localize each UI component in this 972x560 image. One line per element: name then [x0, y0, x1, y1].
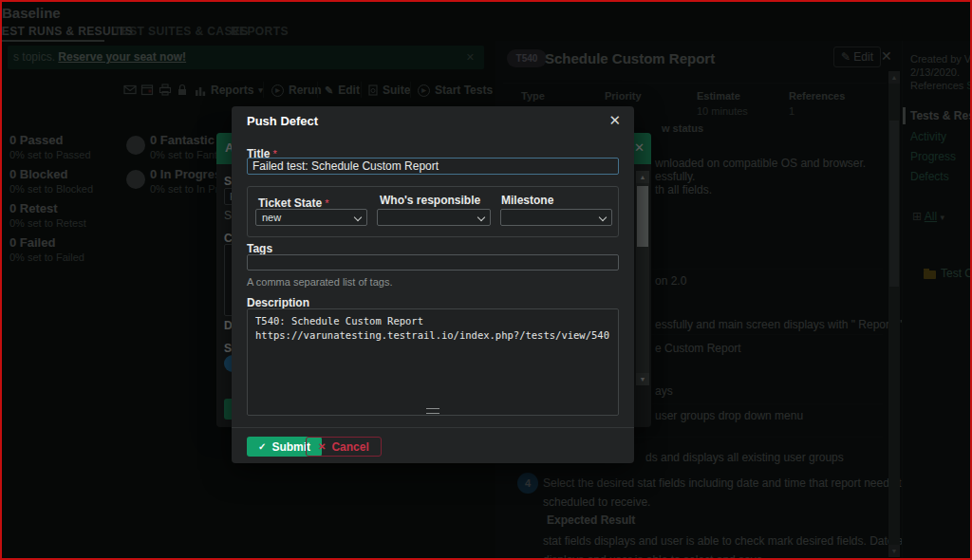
meta-priority-label: Priority	[605, 90, 642, 102]
chevron-down-icon	[477, 214, 485, 221]
expected-result-label: Expected Result	[547, 513, 635, 527]
step-text-fragment: th all fields.	[655, 183, 712, 196]
ticket-fieldset: Ticket State* Who's responsible Mileston…	[247, 186, 619, 237]
detail-edit-button[interactable]: ✎ Edit	[833, 47, 881, 67]
responsible-select[interactable]	[377, 209, 491, 226]
toolbar-divider	[263, 82, 264, 98]
detail-edit-label: Edit	[853, 50, 873, 64]
start-tests-button-label: Start Tests	[435, 84, 493, 97]
created-date-text: 2/13/2020.	[910, 66, 960, 78]
tags-help-text: A comma separated list of tags.	[247, 276, 392, 288]
meta-references-value: 1	[789, 105, 794, 117]
meta-estimate-value: 10 minutes	[697, 105, 748, 117]
divider	[232, 427, 634, 428]
step-number-badge: 4	[517, 473, 538, 494]
reports-button[interactable]: Reports ▾	[195, 82, 263, 99]
edit-button-label: Edit	[338, 84, 360, 97]
detail-sidebar: Created by Var 2/13/2020. References SA …	[902, 41, 972, 560]
status-donut-icon	[126, 136, 145, 155]
cancel-button[interactable]: ✕ Cancel	[306, 437, 382, 457]
push-defect-modal: Push Defect ✕ Title* Ticket State* Who's…	[232, 106, 634, 463]
toolbar-divider	[361, 82, 362, 98]
responsible-label: Who's responsible	[380, 194, 480, 207]
step-text: Select the desired stat fields including…	[543, 476, 924, 490]
toolbar-divider	[317, 82, 318, 98]
title-input[interactable]	[247, 158, 619, 175]
suite-button[interactable]: Suite	[368, 82, 410, 99]
scrollbar-thumb[interactable]	[637, 186, 648, 247]
sidebar-item-tests-results[interactable]: Tests & Results	[910, 109, 972, 122]
promo-banner: s topics. Reserve your seat now! ✕	[8, 46, 484, 69]
scroll-down-icon[interactable]: ▼	[636, 373, 649, 385]
status-fragment: w status	[662, 122, 703, 134]
tags-input[interactable]	[247, 254, 619, 271]
app-window: Baseline TEST RUNS & RESULTS TEST SUITES…	[0, 0, 972, 560]
start-tests-button[interactable]: ▶ Start Tests	[418, 82, 493, 99]
scroll-up-icon[interactable]: ▲	[636, 171, 649, 183]
step-text-fragment: wnloaded on compatible OS and browser.	[655, 157, 866, 170]
status-donut-icon	[126, 170, 145, 189]
active-nav-indicator	[903, 107, 906, 124]
meta-type-label: Type	[521, 90, 545, 102]
sidebar-item-activity[interactable]: Activity	[910, 130, 946, 143]
required-asterisk: *	[325, 197, 328, 209]
tags-label: Tags	[247, 242, 272, 255]
dialog-scrollbar[interactable]: ▲ ▼	[636, 171, 649, 385]
dialog-close-icon[interactable]: ✕	[634, 140, 645, 155]
suite-button-label: Suite	[383, 84, 410, 97]
print-icon[interactable]	[159, 84, 172, 96]
step-text-fragment: e Custom Report	[655, 342, 741, 355]
banner-close-icon[interactable]: ✕	[466, 46, 475, 69]
meta-estimate-label: Estimate	[697, 90, 740, 102]
bar-chart-icon	[195, 85, 206, 96]
play-icon: ▶	[418, 84, 430, 97]
references-label: References	[910, 80, 966, 91]
stat-failed: 0 Failed 0% set to Failed	[9, 235, 152, 263]
tree-node-label[interactable]: Test Ca	[941, 267, 972, 280]
step-text-fragment: essfully.	[655, 170, 695, 183]
toolbar-divider	[410, 82, 411, 98]
sidebar-item-defects[interactable]: Defects	[910, 170, 949, 183]
ticket-state-select[interactable]: new	[255, 209, 367, 226]
step-text-fragment: ds and displays all existing user groups	[645, 451, 844, 464]
result-text: stat fields displays and user is able to…	[543, 534, 941, 548]
description-textarea[interactable]: T540: Schedule Custom Report https://var…	[247, 308, 619, 416]
mail-icon[interactable]	[123, 84, 137, 96]
resize-grip[interactable]	[426, 408, 439, 414]
rerun-button[interactable]: ▶ Rerun	[271, 82, 322, 99]
pencil-icon: ✎	[841, 50, 850, 64]
scrollbar-thumb[interactable]	[889, 121, 899, 287]
banner-text: s topics.	[13, 50, 58, 64]
cancel-button-label: Cancel	[331, 440, 368, 454]
reports-button-label: Reports	[211, 84, 253, 97]
created-by-text: Created by Var	[910, 53, 972, 65]
tab-reports[interactable]: REPORTS	[231, 25, 289, 38]
stat-count: 0 Retest	[9, 201, 152, 215]
stat-count: 0 Failed	[9, 235, 152, 250]
active-tab-underline	[0, 40, 104, 42]
detail-close-icon[interactable]: ✕	[881, 48, 892, 64]
banner-link[interactable]: Reserve your seat now!	[58, 50, 186, 64]
play-icon: ▶	[271, 84, 284, 97]
calendar-icon[interactable]	[140, 84, 154, 96]
references-link[interactable]: SA	[966, 80, 972, 91]
sidebar-item-progress[interactable]: Progress	[910, 150, 956, 163]
chevron-down-icon: ▾	[940, 213, 944, 222]
tree-filter-all[interactable]: ⊞ All ▾	[912, 210, 944, 223]
tab-test-suites-cases[interactable]: TEST SUITES & CASES	[114, 25, 249, 38]
step-text-fragment: user groups drop down menu	[655, 409, 803, 422]
panel-scrollbar[interactable]: ▲ ▼	[888, 71, 900, 557]
ticket-state-value: new	[262, 212, 281, 223]
tree-filter-label: All	[925, 210, 937, 223]
edit-button[interactable]: ✎ Edit	[325, 82, 360, 99]
milestone-select[interactable]	[500, 209, 612, 226]
submit-button-label: Submit	[271, 440, 310, 454]
test-title: Schedule Custom Report	[545, 50, 715, 66]
lock-icon[interactable]	[177, 84, 190, 96]
check-icon: ✓	[258, 441, 266, 452]
scroll-down-icon[interactable]: ▼	[888, 545, 900, 557]
modal-close-icon[interactable]: ✕	[608, 112, 621, 129]
scroll-up-icon[interactable]: ▲	[888, 71, 900, 84]
step-text-fragment: essfully and main screen displays with "…	[655, 318, 922, 331]
stat-retest: 0 Retest 0% set to Retest	[9, 201, 152, 229]
